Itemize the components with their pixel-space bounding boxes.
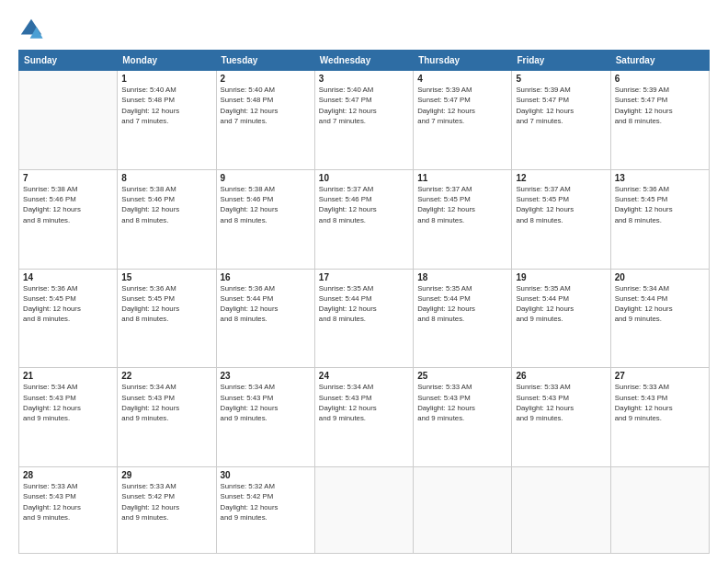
day-info: Sunrise: 5:40 AMSunset: 5:48 PMDaylight:… — [121, 85, 211, 126]
day-info: Sunrise: 5:38 AMSunset: 5:46 PMDaylight:… — [221, 184, 311, 225]
calendar-cell — [610, 467, 709, 554]
calendar-cell: 25Sunrise: 5:33 AMSunset: 5:43 PMDayligh… — [414, 368, 512, 467]
calendar-cell — [512, 467, 610, 554]
calendar-cell: 8Sunrise: 5:38 AMSunset: 5:46 PMDaylight… — [118, 169, 216, 269]
day-info: Sunrise: 5:34 AMSunset: 5:44 PMDaylight:… — [615, 283, 705, 325]
day-number: 18 — [417, 272, 507, 282]
day-number: 12 — [516, 173, 606, 183]
logo — [18, 17, 48, 42]
day-info: Sunrise: 5:36 AMSunset: 5:44 PMDaylight:… — [221, 283, 311, 325]
day-number: 11 — [417, 173, 507, 183]
weekday-header-friday: Friday — [512, 51, 610, 71]
day-number: 21 — [23, 371, 113, 381]
day-number: 7 — [23, 173, 113, 183]
day-info: Sunrise: 5:34 AMSunset: 5:43 PMDaylight:… — [23, 382, 113, 423]
calendar-week-1: 1Sunrise: 5:40 AMSunset: 5:48 PMDaylight… — [19, 71, 710, 170]
day-number: 26 — [516, 371, 606, 381]
calendar-cell: 1Sunrise: 5:40 AMSunset: 5:48 PMDaylight… — [118, 71, 216, 170]
day-number: 23 — [221, 371, 311, 381]
calendar-week-2: 7Sunrise: 5:38 AMSunset: 5:46 PMDaylight… — [19, 169, 710, 269]
calendar-header: SundayMondayTuesdayWednesdayThursdayFrid… — [19, 51, 710, 71]
calendar-cell: 22Sunrise: 5:34 AMSunset: 5:43 PMDayligh… — [118, 368, 216, 467]
calendar-week-3: 14Sunrise: 5:36 AMSunset: 5:45 PMDayligh… — [19, 269, 710, 368]
day-number: 28 — [23, 470, 113, 480]
weekday-header-row: SundayMondayTuesdayWednesdayThursdayFrid… — [19, 51, 710, 71]
calendar-cell: 24Sunrise: 5:34 AMSunset: 5:43 PMDayligh… — [314, 368, 413, 467]
day-info: Sunrise: 5:35 AMSunset: 5:44 PMDaylight:… — [516, 283, 606, 325]
day-number: 20 — [615, 272, 705, 282]
calendar-cell: 10Sunrise: 5:37 AMSunset: 5:46 PMDayligh… — [314, 169, 413, 269]
calendar-cell: 6Sunrise: 5:39 AMSunset: 5:47 PMDaylight… — [610, 71, 709, 170]
day-info: Sunrise: 5:33 AMSunset: 5:42 PMDaylight:… — [121, 481, 211, 523]
day-number: 19 — [516, 272, 606, 282]
day-number: 5 — [516, 74, 606, 84]
calendar-cell: 27Sunrise: 5:33 AMSunset: 5:43 PMDayligh… — [610, 368, 709, 467]
day-info: Sunrise: 5:33 AMSunset: 5:43 PMDaylight:… — [417, 382, 507, 423]
day-number: 17 — [319, 272, 409, 282]
day-info: Sunrise: 5:34 AMSunset: 5:43 PMDaylight:… — [121, 382, 211, 423]
day-number: 3 — [319, 74, 409, 84]
calendar-cell: 2Sunrise: 5:40 AMSunset: 5:48 PMDaylight… — [216, 71, 314, 170]
calendar-cell: 19Sunrise: 5:35 AMSunset: 5:44 PMDayligh… — [512, 269, 610, 368]
day-number: 16 — [221, 272, 311, 282]
day-info: Sunrise: 5:36 AMSunset: 5:45 PMDaylight:… — [615, 184, 705, 225]
calendar-cell: 9Sunrise: 5:38 AMSunset: 5:46 PMDaylight… — [216, 169, 314, 269]
day-info: Sunrise: 5:33 AMSunset: 5:43 PMDaylight:… — [516, 382, 606, 423]
calendar-cell: 12Sunrise: 5:37 AMSunset: 5:45 PMDayligh… — [512, 169, 610, 269]
day-number: 9 — [221, 173, 311, 183]
calendar-cell: 7Sunrise: 5:38 AMSunset: 5:46 PMDaylight… — [19, 169, 118, 269]
calendar-cell: 21Sunrise: 5:34 AMSunset: 5:43 PMDayligh… — [19, 368, 118, 467]
calendar-cell: 5Sunrise: 5:39 AMSunset: 5:47 PMDaylight… — [512, 71, 610, 170]
calendar-cell: 11Sunrise: 5:37 AMSunset: 5:45 PMDayligh… — [414, 169, 512, 269]
day-number: 2 — [221, 74, 311, 84]
calendar-cell: 20Sunrise: 5:34 AMSunset: 5:44 PMDayligh… — [610, 269, 709, 368]
weekday-header-saturday: Saturday — [610, 51, 709, 71]
calendar-table: SundayMondayTuesdayWednesdayThursdayFrid… — [18, 50, 710, 554]
day-number: 6 — [615, 74, 705, 84]
day-number: 13 — [615, 173, 705, 183]
day-info: Sunrise: 5:35 AMSunset: 5:44 PMDaylight:… — [319, 283, 409, 325]
day-info: Sunrise: 5:37 AMSunset: 5:45 PMDaylight:… — [516, 184, 606, 225]
calendar-cell: 15Sunrise: 5:36 AMSunset: 5:45 PMDayligh… — [118, 269, 216, 368]
calendar-cell: 14Sunrise: 5:36 AMSunset: 5:45 PMDayligh… — [19, 269, 118, 368]
calendar-cell: 23Sunrise: 5:34 AMSunset: 5:43 PMDayligh… — [216, 368, 314, 467]
calendar-week-5: 28Sunrise: 5:33 AMSunset: 5:43 PMDayligh… — [19, 467, 710, 554]
day-info: Sunrise: 5:38 AMSunset: 5:46 PMDaylight:… — [121, 184, 211, 225]
calendar-cell — [19, 71, 118, 170]
page: SundayMondayTuesdayWednesdayThursdayFrid… — [0, 0, 728, 563]
day-info: Sunrise: 5:35 AMSunset: 5:44 PMDaylight:… — [417, 283, 507, 325]
weekday-header-thursday: Thursday — [414, 51, 512, 71]
calendar-cell — [414, 467, 512, 554]
day-info: Sunrise: 5:38 AMSunset: 5:46 PMDaylight:… — [23, 184, 113, 225]
day-info: Sunrise: 5:39 AMSunset: 5:47 PMDaylight:… — [417, 85, 507, 126]
calendar-cell: 17Sunrise: 5:35 AMSunset: 5:44 PMDayligh… — [314, 269, 413, 368]
calendar-cell: 4Sunrise: 5:39 AMSunset: 5:47 PMDaylight… — [414, 71, 512, 170]
day-number: 8 — [121, 173, 211, 183]
day-number: 22 — [121, 371, 211, 381]
day-number: 15 — [121, 272, 211, 282]
calendar-week-4: 21Sunrise: 5:34 AMSunset: 5:43 PMDayligh… — [19, 368, 710, 467]
calendar-cell: 29Sunrise: 5:33 AMSunset: 5:42 PMDayligh… — [118, 467, 216, 554]
calendar-cell: 18Sunrise: 5:35 AMSunset: 5:44 PMDayligh… — [414, 269, 512, 368]
day-info: Sunrise: 5:40 AMSunset: 5:48 PMDaylight:… — [221, 85, 311, 126]
calendar-body: 1Sunrise: 5:40 AMSunset: 5:48 PMDaylight… — [19, 71, 710, 554]
logo-icon — [18, 17, 44, 42]
day-number: 24 — [319, 371, 409, 381]
weekday-header-tuesday: Tuesday — [216, 51, 314, 71]
day-number: 25 — [417, 371, 507, 381]
calendar-cell — [314, 467, 413, 554]
day-number: 4 — [417, 74, 507, 84]
day-info: Sunrise: 5:40 AMSunset: 5:47 PMDaylight:… — [319, 85, 409, 126]
day-info: Sunrise: 5:36 AMSunset: 5:45 PMDaylight:… — [121, 283, 211, 325]
day-number: 1 — [121, 74, 211, 84]
day-info: Sunrise: 5:33 AMSunset: 5:43 PMDaylight:… — [615, 382, 705, 423]
calendar-cell: 28Sunrise: 5:33 AMSunset: 5:43 PMDayligh… — [19, 467, 118, 554]
day-number: 14 — [23, 272, 113, 282]
day-info: Sunrise: 5:34 AMSunset: 5:43 PMDaylight:… — [221, 382, 311, 423]
day-info: Sunrise: 5:32 AMSunset: 5:42 PMDaylight:… — [221, 481, 311, 523]
day-info: Sunrise: 5:37 AMSunset: 5:46 PMDaylight:… — [319, 184, 409, 225]
calendar-cell: 3Sunrise: 5:40 AMSunset: 5:47 PMDaylight… — [314, 71, 413, 170]
day-info: Sunrise: 5:34 AMSunset: 5:43 PMDaylight:… — [319, 382, 409, 423]
day-number: 27 — [615, 371, 705, 381]
calendar-cell: 16Sunrise: 5:36 AMSunset: 5:44 PMDayligh… — [216, 269, 314, 368]
